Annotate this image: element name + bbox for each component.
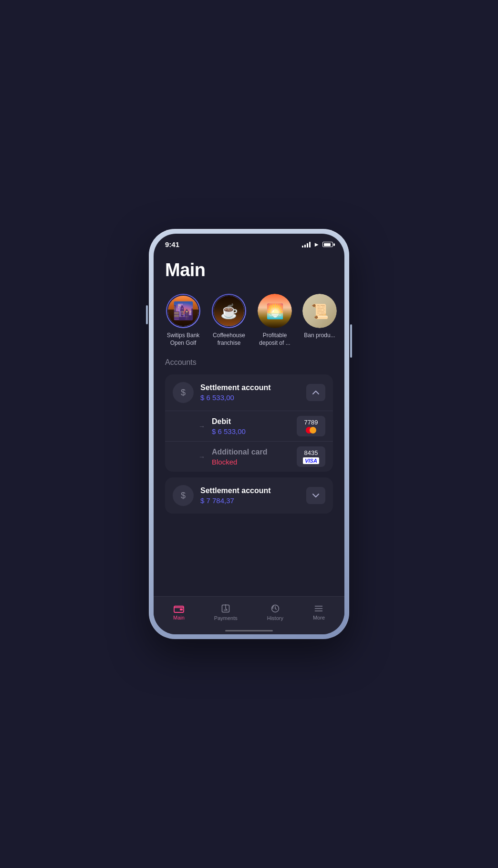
- arrow-right-icon: →: [198, 423, 205, 430]
- sub-additional-name: Additional card: [212, 448, 290, 456]
- nav-more-label: More: [313, 615, 325, 620]
- page-title: Main: [165, 260, 333, 280]
- sub-additional-status: Blocked: [212, 458, 290, 466]
- page-header: Main: [154, 252, 344, 290]
- account-settlement1-name: Settlement account: [200, 383, 300, 392]
- sub-account-additional: → Additional card Blocked 8435 VISA: [165, 441, 333, 472]
- story-deposit[interactable]: Profitable deposit of ...: [257, 294, 293, 347]
- nav-history-label: History: [267, 615, 283, 621]
- nav-payments-label: Payments: [214, 615, 238, 621]
- status-time: 9:41: [165, 240, 179, 248]
- sub-debit-info: Debit $ 6 533,00: [212, 417, 290, 435]
- story-deposit-label: Profitable deposit of ...: [257, 332, 293, 347]
- additional-card-badge: 8435 VISA: [297, 446, 325, 467]
- payments-icon: [221, 604, 230, 613]
- wifi-icon: ►: [313, 241, 320, 248]
- stories-section: Switips Bank Open Golf Coffeehouse franc…: [154, 290, 344, 358]
- account-settlement2-icon: $: [173, 485, 194, 506]
- sub-additional-info: Additional card Blocked: [212, 448, 290, 466]
- battery-icon: [322, 242, 333, 247]
- chevron-down-icon: [312, 493, 319, 498]
- account-settlement2-balance: $ 7 784,37: [200, 496, 300, 505]
- history-icon: [270, 604, 280, 613]
- account-settlement2-name: Settlement account: [200, 486, 300, 495]
- debit-card-badge: 7789: [297, 416, 325, 436]
- story-switips[interactable]: Switips Bank Open Golf: [165, 294, 201, 347]
- account-settlement1-info: Settlement account $ 6 533,00: [200, 383, 300, 402]
- account-settlement2-info: Settlement account $ 7 784,37: [200, 486, 300, 505]
- account-settlement2-main: $ Settlement account $ 7 784,37: [165, 477, 333, 514]
- nav-main-label: Main: [173, 615, 185, 620]
- more-icon: [314, 604, 323, 613]
- account-settlement1-main: $ Settlement account $ 6 533,00: [165, 374, 333, 411]
- debit-card-number: 7789: [304, 419, 318, 426]
- phone-frame: 9:41 ► Main: [149, 229, 349, 639]
- additional-card-number: 8435: [304, 449, 318, 456]
- account-settlement1-balance: $ 6 533,00: [200, 393, 300, 402]
- nav-payments[interactable]: Payments: [207, 600, 245, 625]
- chevron-up-icon: [312, 390, 319, 395]
- account-settlement2-expand[interactable]: [306, 487, 325, 504]
- account-settlement1-icon: $: [173, 382, 194, 403]
- home-indicator: [225, 630, 273, 631]
- story-bank-label: Ban produ...: [304, 332, 335, 340]
- arrow-right-icon-2: →: [198, 453, 205, 461]
- account-settlement1-expand[interactable]: [306, 384, 325, 401]
- wallet-icon: [174, 604, 184, 613]
- mastercard-icon: [306, 427, 316, 434]
- accounts-section: Accounts $ Settlement account $ 6 533,00: [154, 358, 344, 514]
- accounts-section-title: Accounts: [165, 358, 333, 367]
- visa-icon: VISA: [303, 457, 319, 464]
- nav-main[interactable]: Main: [166, 600, 192, 624]
- account-card-settlement1: $ Settlement account $ 6 533,00: [165, 374, 333, 472]
- story-bank[interactable]: Ban produ...: [302, 294, 337, 347]
- sub-account-debit: → Debit $ 6 533,00 7789: [165, 411, 333, 441]
- story-coffeehouse-label: Coffeehouse franchise: [211, 332, 247, 347]
- main-content: Main Switips Bank Open Golf: [154, 252, 344, 634]
- notch: [220, 234, 278, 247]
- phone-screen: 9:41 ► Main: [154, 234, 344, 634]
- nav-history[interactable]: History: [259, 600, 291, 625]
- bottom-nav: Main Payments History: [154, 596, 344, 634]
- nav-more[interactable]: More: [305, 600, 332, 624]
- story-coffeehouse[interactable]: Coffeehouse franchise: [211, 294, 247, 347]
- sub-debit-balance: $ 6 533,00: [212, 427, 290, 435]
- status-icons: ►: [302, 241, 333, 248]
- story-switips-label: Switips Bank Open Golf: [165, 332, 201, 347]
- account-card-settlement2: $ Settlement account $ 7 784,37: [165, 477, 333, 514]
- signal-icon: [302, 242, 311, 248]
- svg-rect-1: [180, 609, 183, 610]
- sub-debit-name: Debit: [212, 417, 290, 426]
